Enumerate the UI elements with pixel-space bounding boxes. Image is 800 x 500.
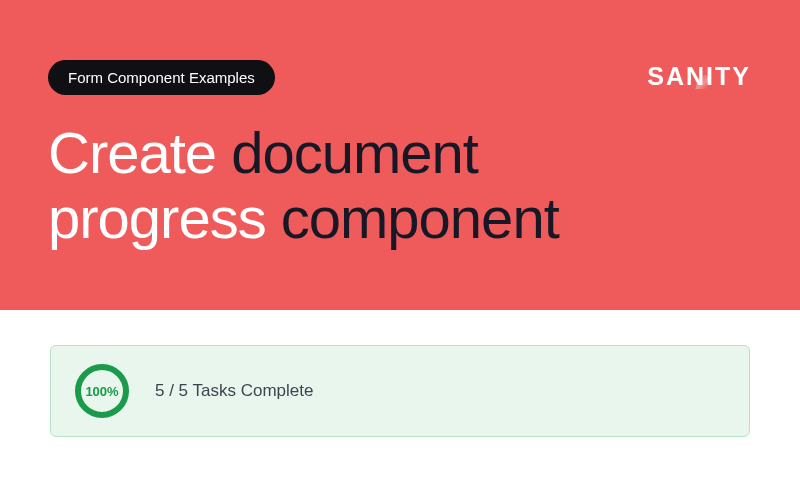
title-word: component	[281, 185, 559, 250]
progress-ring: 100%	[73, 362, 131, 420]
brand-char: N	[686, 62, 705, 91]
category-badge: Form Component Examples	[48, 60, 275, 95]
title-word: progress	[48, 185, 281, 250]
hero-banner: Form Component Examples S A N I T Y Crea…	[0, 0, 800, 310]
progress-status-text: 5 / 5 Tasks Complete	[155, 381, 313, 401]
page-title: Create document progress component	[48, 121, 752, 251]
brand-char: S	[647, 62, 665, 91]
title-word: document	[231, 120, 478, 185]
progress-percent-label: 100%	[73, 362, 131, 420]
brand-char: Y	[732, 62, 750, 91]
brand-char: I	[706, 62, 714, 91]
brand-char: A	[666, 62, 685, 91]
category-badge-label: Form Component Examples	[68, 69, 255, 86]
brand-char: T	[715, 62, 731, 91]
brand-logo: S A N I T Y	[647, 62, 750, 91]
content-area: 100% 5 / 5 Tasks Complete	[0, 310, 800, 500]
title-word: Create	[48, 120, 231, 185]
progress-card: 100% 5 / 5 Tasks Complete	[50, 345, 750, 437]
